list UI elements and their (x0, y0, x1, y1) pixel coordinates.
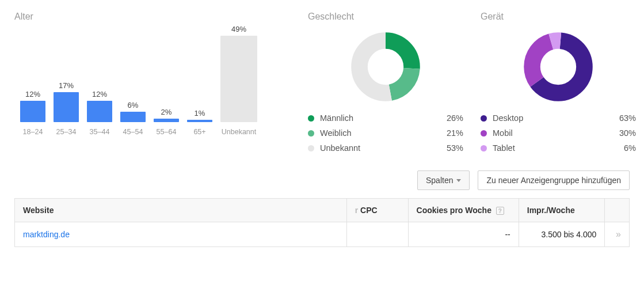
bar-category-label: 35–44 (90, 128, 110, 136)
col-impr[interactable]: Impr./Woche (519, 199, 605, 222)
legend-row: Unbekannt53% (308, 141, 463, 156)
bar-rect (54, 92, 79, 122)
col-cookies[interactable]: Cookies pro Woche ? (408, 199, 519, 222)
col-actions (605, 199, 630, 222)
age-bar: 49%Unbekannt (218, 25, 260, 136)
placements-table: Website r CPC Cookies pro Woche ? Impr./… (14, 198, 630, 247)
bar-category-label: 25–34 (56, 128, 77, 136)
cell-expand[interactable]: » (605, 222, 630, 247)
columns-button[interactable]: Spalten (417, 170, 470, 190)
legend-label: Tablet (493, 143, 607, 153)
cell-website: marktding.de (15, 222, 347, 247)
age-bar: 6%45–54 (118, 101, 148, 136)
legend-row: Weiblich21% (308, 126, 463, 141)
help-icon[interactable]: ? (496, 207, 504, 215)
bar-value-label: 1% (195, 109, 205, 117)
legend-swatch (308, 115, 314, 122)
bar-category-label: 55–64 (157, 128, 177, 136)
legend-label: Desktop (493, 113, 607, 123)
bar-category-label: Unbekannt (222, 128, 256, 136)
bar-rect (87, 101, 112, 122)
legend-value: 26% (435, 113, 463, 123)
bar-value-label: 12% (92, 90, 107, 98)
columns-button-label: Spalten (426, 176, 453, 185)
legend-value: 63% (607, 113, 636, 123)
age-panel: Alter 12%18–2417%25–3412%35–446%45–542%5… (14, 12, 291, 156)
legend-value: 30% (607, 128, 636, 138)
bar-value-label: 6% (128, 101, 139, 109)
gender-title: Geschlecht (308, 12, 463, 22)
chevron-down-icon (456, 179, 461, 182)
bar-rect (187, 120, 212, 122)
legend-value: 6% (607, 143, 636, 153)
cell-cpc (346, 222, 408, 247)
legend-label: Unbekannt (320, 143, 435, 153)
age-bar: 17%25–34 (51, 81, 81, 136)
legend-row: Tablet6% (481, 141, 636, 156)
col-website[interactable]: Website (15, 199, 347, 222)
bar-rect (220, 36, 257, 122)
chevron-right-icon: » (616, 229, 621, 239)
table-toolbar: Spalten Zu neuer Anzeigengruppe hinzufüg… (14, 170, 630, 190)
bar-value-label: 17% (59, 81, 74, 90)
device-title: Gerät (481, 12, 636, 22)
age-bar: 12%18–24 (18, 90, 48, 136)
legend-value: 21% (435, 128, 463, 138)
legend-row: Desktop63% (481, 111, 636, 126)
age-title: Alter (14, 12, 291, 22)
bar-rect (20, 101, 45, 122)
website-link[interactable]: marktding.de (23, 230, 70, 239)
age-bar-chart: 12%18–2417%25–3412%35–446%45–542%55–641%… (14, 32, 291, 136)
bar-rect (154, 119, 179, 122)
bar-value-label: 2% (161, 108, 172, 116)
bar-category-label: 65+ (193, 128, 205, 136)
legend-swatch (481, 115, 487, 122)
age-bar: 2%55–64 (151, 108, 181, 136)
bar-category-label: 18–24 (23, 128, 43, 136)
legend-row: Mobil30% (481, 126, 636, 141)
device-legend: Desktop63%Mobil30%Tablet6% (481, 111, 636, 156)
add-to-adgroup-button[interactable]: Zu neuer Anzeigengruppe hinzufügen (478, 170, 630, 190)
bar-value-label: 49% (231, 25, 246, 33)
legend-swatch (308, 145, 314, 151)
cell-impr: 3.500 bis 4.000 (519, 222, 605, 247)
age-bar: 12%35–44 (85, 90, 115, 136)
table-row: marktding.de--3.500 bis 4.000» (15, 222, 630, 247)
gender-panel: Geschlecht Männlich26%Weiblich21%Unbekan… (308, 12, 463, 156)
device-donut-chart (524, 32, 593, 101)
device-panel: Gerät Desktop63%Mobil30%Tablet6% (481, 12, 636, 156)
gender-legend: Männlich26%Weiblich21%Unbekannt53% (308, 111, 463, 156)
legend-label: Mobil (493, 128, 607, 138)
table-body: marktding.de--3.500 bis 4.000» (15, 222, 630, 247)
gender-donut-chart (351, 32, 420, 101)
add-to-adgroup-label: Zu neuer Anzeigengruppe hinzufügen (486, 176, 621, 185)
cell-cookies: -- (408, 222, 519, 247)
bar-rect (120, 112, 146, 122)
bar-value-label: 12% (25, 90, 40, 98)
legend-label: Männlich (320, 113, 435, 123)
legend-swatch (481, 145, 487, 151)
age-bar: 1%65+ (185, 109, 215, 136)
bar-category-label: 45–54 (123, 128, 143, 136)
legend-swatch (308, 130, 314, 136)
legend-value: 53% (435, 143, 463, 153)
legend-label: Weiblich (320, 128, 435, 138)
legend-swatch (481, 130, 487, 136)
col-cpc[interactable]: r CPC (346, 199, 408, 222)
legend-row: Männlich26% (308, 111, 463, 126)
